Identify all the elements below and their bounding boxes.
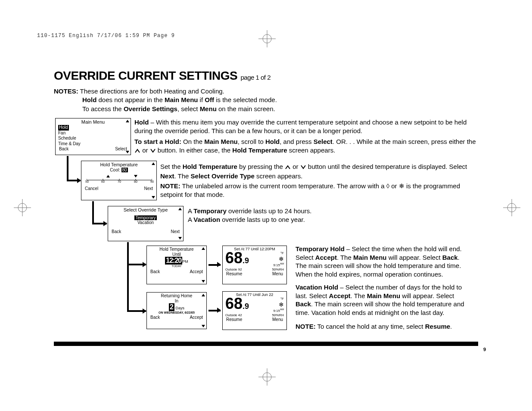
flame-icon: ◊ [386, 182, 389, 190]
content-area: OVERRIDE CURRENT SETTINGS page 1 of 2 NO… [54, 69, 478, 117]
menu-item-timeday: Time & Day [58, 141, 81, 146]
flow-arrow-icon [67, 156, 81, 181]
page-title: OVERRIDE CURRENT SETTINGS page 1 of 2 [54, 69, 478, 83]
paragraph-hold-temp: Set the Hold Temperature by pressing the… [160, 162, 477, 199]
registration-mark-top [258, 30, 276, 47]
chevron-down-icon [300, 163, 306, 172]
paragraph-cancel-note: NOTE: To cancel the hold at any time, se… [296, 322, 472, 331]
screen-hold-temperature: Hold Temperature Cool: 80 50 60 70 80 90… [81, 161, 157, 200]
scroll-arrows-icon [126, 120, 129, 153]
title-main: OVERRIDE CURRENT SETTINGS [54, 69, 237, 82]
btn-back: Back [150, 269, 160, 274]
screen-hold-until: Hold Temperature Until 12:20PM TODAY Bac… [146, 246, 207, 284]
screen-title: Main Menu [56, 118, 131, 125]
notes-line1: These directions are for both Heating an… [80, 87, 224, 95]
print-header: 110-1175 English 7/17/06 1:59 PM Page 9 [37, 33, 175, 39]
menu-item-fan: Fan [58, 131, 65, 135]
snowflake-icon: ❄ [273, 255, 284, 263]
paragraph-vacation-hold: Vacation Hold – Select the number of day… [296, 283, 472, 317]
screen-main-display-temp: Set At 77 Until 12:20PM 68.9 °F ❄ 9:15AM… [222, 246, 287, 284]
btn-menu: Menu [272, 271, 283, 276]
btn-resume: Resume [226, 271, 242, 276]
page-number: 9 [483, 347, 486, 352]
flow-arrow-icon [208, 310, 221, 311]
registration-mark-bottom [258, 368, 276, 386]
option-temporary: Temporary [134, 215, 156, 220]
divider-bar [54, 342, 478, 346]
notes-block: NOTES: These directions are for both Hea… [54, 87, 478, 113]
btn-back: Back [150, 315, 160, 320]
paragraph-temporary-hold: Temporary Hold – Select the time when th… [296, 245, 472, 278]
paragraph-override: A Temporary override lasts up to 24 hour… [188, 207, 403, 224]
flow-arrow-icon [127, 242, 146, 312]
screen-main-menu: Main Menu Hold Fan Schedule Time & Day B… [55, 118, 131, 155]
notes-label: NOTES: [54, 87, 78, 95]
scroll-arrows-icon [202, 247, 205, 283]
title-sub: page 1 of 2 [240, 74, 271, 81]
screen-main-display-vac: Set At 77 Until Jun 22 68.9 °F ❄ 9:15AM … [222, 291, 287, 330]
menu-item-hold: Hold [58, 125, 69, 131]
flow-arrow-icon [208, 264, 221, 266]
btn-accept: Accept [190, 315, 203, 320]
btn-back: Back [59, 146, 68, 151]
snowflake-icon: ❄ [273, 301, 284, 308]
svg-marker-19 [134, 175, 137, 177]
btn-menu: Menu [272, 317, 283, 322]
screen-override-type: Select Override Type Temporary Vacation … [108, 206, 184, 241]
screen-title: Select Override Type [108, 206, 183, 213]
btn-back: Back [112, 229, 121, 234]
registration-mark-left [14, 199, 31, 216]
paragraph-hold: Hold – With this menu item you may overr… [134, 118, 479, 155]
registration-mark-right [503, 199, 520, 216]
chevron-down-icon [150, 147, 156, 156]
page: 110-1175 English 7/17/06 1:59 PM Page 9 … [0, 0, 532, 411]
menu-item-schedule: Schedule [58, 136, 76, 140]
flow-arrow-icon [92, 201, 107, 224]
scroll-arrows-icon [178, 208, 182, 240]
screen-title: Hold Temperature [81, 161, 156, 168]
btn-accept: Accept [190, 269, 203, 274]
screen-returning-home: Returning Home In 2 Days ON WEDNESDAY, 6… [146, 292, 207, 329]
btn-cancel: Cancel [85, 186, 98, 191]
chevron-up-icon [134, 147, 140, 156]
snowflake-icon: ❄ [399, 182, 404, 190]
scroll-arrows-icon [152, 162, 155, 199]
btn-resume: Resume [226, 317, 242, 322]
option-vacation: Vacation [137, 220, 154, 225]
chevron-up-icon [285, 163, 291, 172]
svg-marker-18 [106, 175, 110, 177]
scroll-arrows-icon [202, 294, 205, 327]
btn-select: Select [115, 146, 127, 151]
